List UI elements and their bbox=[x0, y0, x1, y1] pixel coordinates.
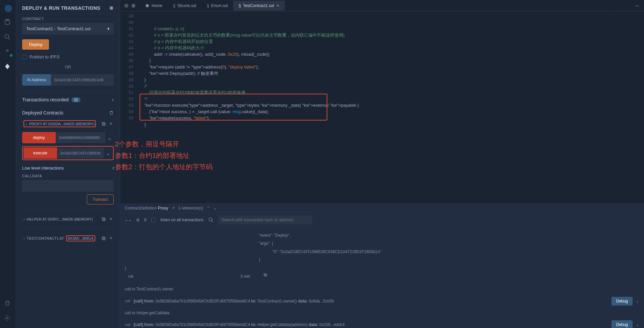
calldata-label: CALLDATA bbox=[22, 174, 114, 178]
svg-rect-10 bbox=[103, 219, 105, 221]
tab-structs[interactable]: § Structs.sol bbox=[168, 1, 202, 11]
helper-instance-header[interactable]: › HELPER AT 0X0FC...9A836 (MEMORY) bbox=[23, 217, 93, 221]
contract-select[interactable]: TestContract1 - TestContract1.sol ▾ bbox=[22, 23, 114, 35]
tab-close-icon[interactable]: ✕ bbox=[276, 3, 279, 8]
testcontract-instance-header[interactable]: › TESTCONTRACT1 AT 0X3AD...00B1A bbox=[23, 235, 95, 241]
panel-collapse-icon[interactable] bbox=[109, 6, 114, 10]
svg-rect-12 bbox=[103, 238, 105, 240]
close-icon[interactable]: ✕ bbox=[109, 217, 112, 222]
up-icon[interactable]: ⌃ bbox=[207, 206, 210, 210]
svg-point-6 bbox=[6, 317, 8, 319]
chevron-down-icon[interactable]: ⌄ bbox=[636, 321, 639, 328]
calldata-input[interactable] bbox=[22, 180, 114, 192]
deploy-run-icon[interactable] bbox=[4, 63, 12, 71]
zoom-out-icon[interactable]: ⊖ bbox=[124, 2, 128, 9]
svg-point-14 bbox=[146, 4, 149, 7]
tab-testcontract[interactable]: § TestContract1.sol ✕ bbox=[233, 1, 284, 11]
line-gutter: 3940414243444546474849505152535455 bbox=[120, 11, 137, 203]
tab-home[interactable]: Home bbox=[140, 1, 168, 11]
terminal-search-input[interactable] bbox=[218, 216, 312, 224]
copy-icon[interactable] bbox=[263, 273, 267, 277]
svg-rect-13 bbox=[102, 237, 104, 239]
debug-button[interactable]: Debug bbox=[611, 297, 633, 306]
terminal: ⌄⌄ ⊘ 0 listen on all transactions "event… bbox=[120, 213, 644, 328]
expand-icon[interactable]: ⌄ bbox=[104, 150, 112, 156]
chevron-right-icon: › bbox=[23, 217, 25, 221]
proxy-instance-header[interactable]: ⌄ PROXY AT 0XDDA...5482D (MEMORY) bbox=[23, 120, 96, 127]
breadcrumb: ContractDefinition Proxy ↗ 1 reference(s… bbox=[120, 203, 644, 213]
expand-icon[interactable]: ↔ bbox=[631, 3, 644, 9]
solidity-compiler-icon[interactable] bbox=[4, 48, 12, 56]
listen-checkbox[interactable] bbox=[151, 218, 156, 222]
chevron-right-icon: › bbox=[112, 97, 114, 103]
tabbar: ⊖ ⊕ Home § Structs.sol § Enum.sol § Test… bbox=[120, 0, 644, 11]
expand-icon[interactable]: ⌄ bbox=[105, 135, 114, 141]
panel-title: DEPLOY & RUN TRANSACTIONS bbox=[22, 5, 114, 11]
settings-icon[interactable] bbox=[4, 315, 12, 323]
svg-rect-7 bbox=[110, 6, 113, 9]
search-icon[interactable] bbox=[4, 34, 12, 42]
svg-point-0 bbox=[5, 5, 12, 12]
svg-line-4 bbox=[8, 38, 10, 40]
copy-icon[interactable] bbox=[101, 217, 106, 222]
close-icon[interactable]: ✕ bbox=[109, 122, 112, 126]
svg-rect-17 bbox=[265, 274, 267, 276]
pending-count: 0 bbox=[144, 218, 147, 222]
zoom-in-icon[interactable]: ⊕ bbox=[131, 2, 136, 9]
down-icon[interactable]: ⌄ bbox=[213, 206, 217, 210]
transactions-recorded-section[interactable]: Transactions recorded 12 › bbox=[22, 92, 114, 107]
deploy-button[interactable]: Deploy bbox=[22, 39, 49, 50]
copy-icon[interactable] bbox=[101, 236, 106, 241]
file-explorer-icon[interactable] bbox=[4, 19, 12, 27]
lowlevel-title: Low level interactions bbox=[22, 166, 64, 171]
fn-execute-button[interactable]: execute bbox=[23, 147, 57, 159]
fn-deploy-button[interactable]: deploy bbox=[22, 132, 56, 143]
chevron-down-icon: ▾ bbox=[107, 26, 110, 31]
chevron-down-icon[interactable]: ⌄ bbox=[636, 298, 639, 304]
transact-button[interactable]: Transact bbox=[87, 194, 114, 204]
main-content: ⊖ ⊕ Home § Structs.sol § Enum.sol § Test… bbox=[120, 0, 644, 328]
or-divider: OR bbox=[22, 65, 114, 69]
remix-logo-icon[interactable] bbox=[4, 4, 12, 12]
code-area[interactable]: // create(v, p, n) // v = 部署合约发送的以太坊主币的数… bbox=[137, 11, 610, 203]
chevron-right-icon: › bbox=[23, 236, 25, 240]
call-badge: call bbox=[125, 298, 130, 304]
svg-rect-8 bbox=[103, 123, 105, 125]
close-icon[interactable]: ✕ bbox=[109, 236, 112, 241]
svg-rect-11 bbox=[102, 218, 104, 220]
call-badge: call bbox=[125, 322, 130, 328]
svg-point-15 bbox=[209, 218, 212, 221]
copy-icon[interactable] bbox=[101, 122, 106, 126]
tx-count-badge: 12 bbox=[71, 97, 80, 102]
at-address-input[interactable] bbox=[51, 74, 114, 86]
deployed-contracts-title: Deployed Contracts bbox=[22, 110, 63, 115]
svg-rect-9 bbox=[102, 122, 104, 125]
terminal-output[interactable]: "event": "Deploy", "args": { "0": "0x3aD… bbox=[120, 227, 644, 328]
publish-ipfs-checkbox[interactable] bbox=[22, 55, 27, 59]
plugin-manager-icon[interactable] bbox=[4, 300, 12, 308]
contract-label: CONTRACT bbox=[22, 17, 114, 21]
fn-execute-input[interactable] bbox=[57, 148, 104, 158]
minimap[interactable] bbox=[610, 11, 644, 203]
chevron-down-icon: ⌄ bbox=[25, 122, 28, 126]
listen-label: listen on all transactions bbox=[161, 218, 204, 222]
icon-sidebar bbox=[0, 0, 16, 328]
tab-enum[interactable]: § Enum.sol bbox=[202, 1, 233, 11]
scroll-down-icon[interactable]: ⌄⌄ bbox=[125, 218, 131, 222]
debug-button[interactable]: Debug bbox=[611, 320, 633, 328]
svg-point-5 bbox=[9, 54, 12, 57]
trash-icon[interactable] bbox=[109, 110, 114, 115]
fn-deploy-input[interactable] bbox=[56, 132, 105, 143]
share-icon[interactable]: ↗ bbox=[171, 206, 175, 210]
svg-point-3 bbox=[5, 35, 9, 39]
at-address-button[interactable]: At Address bbox=[22, 74, 51, 86]
info-icon[interactable]: i bbox=[113, 166, 114, 171]
deploy-panel: DEPLOY & RUN TRANSACTIONS CONTRACT TestC… bbox=[16, 0, 120, 328]
svg-line-16 bbox=[212, 221, 213, 222]
svg-rect-18 bbox=[264, 274, 266, 276]
code-editor[interactable]: 3940414243444546474849505152535455 // cr… bbox=[120, 11, 644, 203]
search-icon[interactable] bbox=[208, 217, 214, 223]
clear-icon[interactable]: ⊘ bbox=[136, 218, 140, 222]
publish-ipfs-label: Publish to IPFS bbox=[30, 54, 60, 59]
